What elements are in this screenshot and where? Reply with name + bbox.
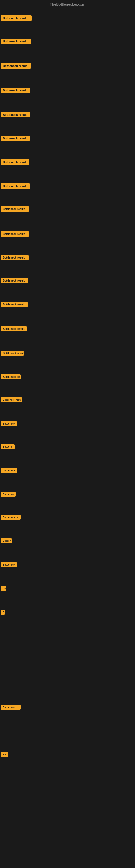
bottleneck-badge-7[interactable]: Bottleneck result	[1, 159, 30, 165]
bottleneck-badge-5[interactable]: Bottleneck result	[1, 112, 30, 118]
bottleneck-badge-2[interactable]: Bottleneck result	[1, 38, 31, 44]
bottleneck-badge-3[interactable]: Bottleneck result	[1, 63, 31, 69]
site-title: TheBottlenecker.com	[50, 2, 85, 6]
bottleneck-badge-10[interactable]: Bottleneck result	[1, 231, 29, 237]
bottleneck-badge-28[interactable]: Bot	[1, 752, 8, 757]
bottleneck-badge-6[interactable]: Bottleneck result	[1, 135, 30, 141]
bottleneck-badge-17[interactable]: Bottleneck resu	[1, 397, 22, 402]
bottleneck-badge-24[interactable]: Bottleneck	[1, 562, 17, 567]
bottleneck-badge-21[interactable]: Bottlenec	[1, 492, 16, 497]
bottleneck-badge-1[interactable]: Bottleneck result	[1, 16, 32, 21]
bottleneck-badge-16[interactable]: Bottleneck re	[1, 374, 20, 379]
bottleneck-badge-18[interactable]: Bottleneck	[1, 421, 17, 426]
bottleneck-badge-13[interactable]: Bottleneck result	[1, 302, 28, 307]
bottleneck-badge-23[interactable]: Bottler	[1, 538, 12, 543]
bottleneck-badge-27[interactable]: Bottleneck re	[1, 705, 20, 710]
bottleneck-badge-14[interactable]: Bottleneck result	[1, 326, 27, 332]
bottleneck-badge-8[interactable]: Bottleneck result	[1, 183, 30, 189]
bottleneck-badge-26[interactable]: B	[1, 610, 5, 615]
bottleneck-badge-25[interactable]: Bo	[1, 586, 6, 591]
bottleneck-badge-9[interactable]: Bottleneck result	[1, 207, 29, 212]
bottleneck-badge-15[interactable]: Bottleneck result	[1, 351, 24, 356]
bottleneck-badge-11[interactable]: Bottleneck result	[1, 255, 29, 260]
bottleneck-badge-19[interactable]: Bottlene	[1, 444, 14, 449]
bottleneck-badge-22[interactable]: Bottleneck re	[1, 515, 20, 520]
bottleneck-badge-12[interactable]: Bottleneck result	[1, 278, 28, 283]
bottleneck-badge-4[interactable]: Bottleneck result	[1, 88, 30, 93]
bottleneck-badge-20[interactable]: Bottleneck	[1, 468, 17, 473]
